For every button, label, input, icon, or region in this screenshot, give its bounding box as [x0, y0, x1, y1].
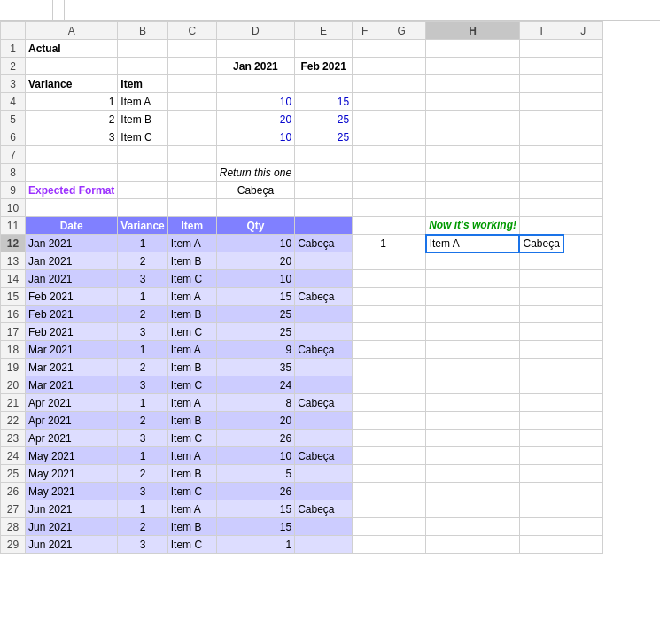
col-header-i[interactable]: I — [519, 22, 563, 40]
cell-D12[interactable]: 10 — [216, 235, 294, 252]
cell-I22[interactable] — [519, 412, 563, 430]
cell-H2[interactable] — [426, 58, 520, 75]
cell-A1[interactable]: Actual — [26, 40, 118, 58]
cell-E23[interactable] — [295, 430, 353, 447]
cell-A22[interactable]: Apr 2021 — [26, 412, 118, 430]
cell-C25[interactable]: Item B — [167, 465, 216, 483]
cell-J17[interactable] — [563, 323, 603, 341]
cell-E10[interactable] — [295, 199, 353, 217]
cell-G23[interactable] — [377, 430, 426, 447]
cell-H27[interactable] — [426, 500, 520, 518]
cell-I24[interactable] — [519, 447, 563, 465]
cell-F18[interactable] — [353, 341, 377, 359]
cell-A11[interactable]: Date — [26, 217, 118, 235]
cell-A21[interactable]: Apr 2021 — [26, 394, 118, 412]
cell-H16[interactable] — [426, 306, 520, 323]
cell-F10[interactable] — [353, 199, 377, 217]
cell-H8[interactable] — [426, 164, 520, 182]
cell-H29[interactable] — [426, 536, 520, 554]
cell-I23[interactable] — [519, 430, 563, 447]
cell-D24[interactable]: 10 — [216, 447, 294, 465]
cell-E27[interactable]: Cabeça — [295, 500, 353, 518]
cell-I9[interactable] — [519, 182, 563, 199]
cell-G21[interactable] — [377, 394, 426, 412]
cell-I14[interactable] — [519, 270, 563, 288]
col-header-d[interactable]: D — [216, 22, 294, 40]
cell-H23[interactable] — [426, 430, 520, 447]
cell-C26[interactable]: Item C — [167, 483, 216, 500]
cell-B5[interactable]: Item B — [118, 111, 167, 128]
cell-J7[interactable] — [563, 146, 603, 164]
cell-C16[interactable]: Item B — [167, 306, 216, 323]
row-header-26[interactable]: 26 — [1, 483, 26, 500]
cell-I18[interactable] — [519, 341, 563, 359]
cell-B26[interactable]: 3 — [118, 483, 167, 500]
cell-I1[interactable] — [519, 40, 563, 58]
cell-A8[interactable] — [26, 164, 118, 182]
cell-E2[interactable]: Feb 2021 — [295, 58, 353, 75]
cell-J28[interactable] — [563, 518, 603, 536]
cell-A15[interactable]: Feb 2021 — [26, 288, 118, 306]
cell-D1[interactable] — [216, 40, 294, 58]
cell-F1[interactable] — [353, 40, 377, 58]
cell-H20[interactable] — [426, 376, 520, 394]
cell-D8[interactable]: Return this one — [216, 164, 294, 182]
cell-F22[interactable] — [353, 412, 377, 430]
cell-B18[interactable]: 1 — [118, 341, 167, 359]
cell-F27[interactable] — [353, 500, 377, 518]
cell-H26[interactable] — [426, 483, 520, 500]
row-header-23[interactable]: 23 — [1, 430, 26, 447]
cell-C12[interactable]: Item A — [167, 235, 216, 252]
cell-J2[interactable] — [563, 58, 603, 75]
cell-D23[interactable]: 26 — [216, 430, 294, 447]
cell-E24[interactable]: Cabeça — [295, 447, 353, 465]
cell-E16[interactable] — [295, 306, 353, 323]
cell-E29[interactable] — [295, 536, 353, 554]
cell-C21[interactable]: Item A — [167, 394, 216, 412]
row-header-21[interactable]: 21 — [1, 394, 26, 412]
cell-I19[interactable] — [519, 359, 563, 376]
cell-F9[interactable] — [353, 182, 377, 199]
cell-B12[interactable]: 1 — [118, 235, 167, 252]
cell-C6[interactable] — [167, 128, 216, 146]
row-header-10[interactable]: 10 — [1, 199, 26, 217]
cell-B15[interactable]: 1 — [118, 288, 167, 306]
cell-D11[interactable]: Qty — [216, 217, 294, 235]
row-header-2[interactable]: 2 — [1, 58, 26, 75]
cell-A23[interactable]: Apr 2021 — [26, 430, 118, 447]
cell-F28[interactable] — [353, 518, 377, 536]
cell-G6[interactable] — [377, 128, 426, 146]
cell-H17[interactable] — [426, 323, 520, 341]
cell-G9[interactable] — [377, 182, 426, 199]
cell-A12[interactable]: Jan 2021 — [26, 235, 118, 252]
cell-I10[interactable] — [519, 199, 563, 217]
cell-J1[interactable] — [563, 40, 603, 58]
cell-F19[interactable] — [353, 359, 377, 376]
cell-D10[interactable] — [216, 199, 294, 217]
cell-I15[interactable] — [519, 288, 563, 306]
cell-A27[interactable]: Jun 2021 — [26, 500, 118, 518]
cell-H18[interactable] — [426, 341, 520, 359]
cell-C17[interactable]: Item C — [167, 323, 216, 341]
cell-D6[interactable]: 10 — [216, 128, 294, 146]
col-header-g[interactable]: G — [377, 22, 426, 40]
cell-E1[interactable] — [295, 40, 353, 58]
cell-H19[interactable] — [426, 359, 520, 376]
cell-D15[interactable]: 15 — [216, 288, 294, 306]
cell-I5[interactable] — [519, 111, 563, 128]
col-header-e[interactable]: E — [295, 22, 353, 40]
row-header-25[interactable]: 25 — [1, 465, 26, 483]
cell-G3[interactable] — [377, 75, 426, 93]
cell-J22[interactable] — [563, 412, 603, 430]
cell-E17[interactable] — [295, 323, 353, 341]
cell-B19[interactable]: 2 — [118, 359, 167, 376]
cell-J3[interactable] — [563, 75, 603, 93]
cell-H5[interactable] — [426, 111, 520, 128]
cell-J8[interactable] — [563, 164, 603, 182]
cell-C20[interactable]: Item C — [167, 376, 216, 394]
cell-D14[interactable]: 10 — [216, 270, 294, 288]
cell-E5[interactable]: 25 — [295, 111, 353, 128]
cell-E15[interactable]: Cabeça — [295, 288, 353, 306]
cell-A3[interactable]: Variance — [26, 75, 118, 93]
cell-B29[interactable]: 3 — [118, 536, 167, 554]
